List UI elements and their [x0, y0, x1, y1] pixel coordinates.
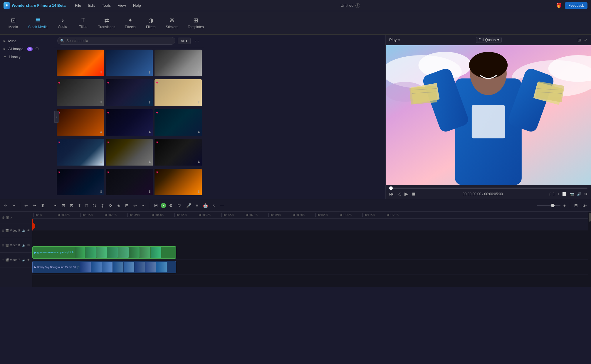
tl-settings-btn[interactable]: ⚙ [167, 202, 174, 209]
download-icon-14[interactable]: ⬇ [148, 190, 151, 194]
tl-motion-track-button[interactable]: ◎ [99, 202, 106, 209]
media-card-15[interactable]: ♥ ⬇ Epic Gravel Effect Med... [155, 169, 202, 197]
media-card-1[interactable]: ⬇ Epic Blaze Fire Media 05 [57, 50, 104, 77]
tl-plus-btn[interactable]: + [562, 202, 568, 209]
volume-button[interactable]: 🔊 [577, 192, 581, 196]
toolbar-stickers[interactable]: ❋ Stickers [161, 15, 183, 31]
tl-delete-button[interactable]: 🗑 [39, 202, 47, 209]
preview-grid-icon[interactable]: ⊞ [577, 38, 581, 42]
download-icon-9[interactable]: ⬇ [197, 130, 200, 134]
tl-text-button[interactable]: T [76, 202, 83, 209]
fullscreen-button[interactable]: ⬜ [562, 192, 567, 196]
panel-section-mine[interactable]: ▶ Mine [0, 37, 54, 45]
menu-file[interactable]: File [71, 0, 85, 11]
timeline-clip-video7[interactable]: ▶ Starry Sky Background Media 03 🎵 [32, 261, 176, 273]
download-icon-8[interactable]: ⬇ [148, 130, 151, 134]
timeline-scrollbar[interactable] [588, 212, 591, 287]
play-button[interactable]: ▶ [404, 191, 408, 197]
toolbar-media[interactable]: ⊡ Media [3, 15, 23, 31]
tl-ai-btn[interactable]: 🤖 [201, 202, 210, 209]
tl-undo-button[interactable]: ↩ [23, 202, 30, 209]
menu-edit[interactable]: Edit [85, 0, 98, 11]
download-icon-5[interactable]: ⬇ [148, 100, 151, 105]
track-eye-8-icon[interactable]: 👁 [27, 243, 30, 247]
prev-frame-button[interactable]: ⏮ [389, 191, 394, 197]
zoom-slider[interactable] [537, 205, 560, 206]
tl-ripple-button[interactable]: ⇔ [132, 202, 139, 209]
tl-export-clip-btn[interactable]: ⎋ [211, 202, 217, 209]
tl-grid-btn[interactable]: ⊞ [572, 202, 580, 209]
panel-collapse-button[interactable]: ‹ [54, 111, 59, 123]
track-volume-9-icon[interactable]: 🔈 [22, 229, 26, 232]
menu-help[interactable]: Help [130, 0, 145, 11]
media-card-7[interactable]: ♥ ⬇ Epic Blaze Fire Media 04 [57, 109, 104, 137]
toolbar-effects[interactable]: ✦ Effects [120, 15, 140, 31]
feedback-button[interactable]: Feedback [565, 2, 587, 9]
mark-in-button[interactable]: { [549, 192, 550, 196]
download-icon-3[interactable]: ⬇ [197, 70, 200, 75]
tl-shield-btn[interactable]: 🛡 [176, 202, 183, 209]
tl-crop-button[interactable]: ⊡ [60, 202, 67, 209]
tl-add-track-icon[interactable]: ⊕ [2, 215, 5, 220]
track-volume-7-icon[interactable]: 🔈 [22, 258, 26, 262]
media-card-10[interactable]: ♥ ⬇ Starry Sky Background... [57, 139, 104, 167]
tl-stabilize-button[interactable]: ◈ [115, 202, 122, 209]
toolbar-stock-media[interactable]: ▤ Stock Media [23, 15, 52, 31]
menu-view[interactable]: View [114, 0, 130, 11]
ai-info-icon[interactable]: ⓘ [36, 47, 39, 51]
tl-pip-button[interactable]: ⊟ [123, 202, 130, 209]
title-info-icon[interactable]: ℹ [355, 3, 360, 8]
settings-button[interactable]: ⚙ [584, 192, 587, 196]
tl-marker-button[interactable]: M [152, 202, 159, 209]
media-card-4[interactable]: ♥ ⬇ Epic Gravel Effect Medi... [57, 79, 104, 107]
media-card-11[interactable]: ♥ ⬇ Epic Gravel Effect Med... [106, 139, 153, 167]
play-backward-button[interactable]: ◁ [397, 191, 401, 197]
stop-button[interactable]: ⏹ [412, 191, 416, 197]
menu-tools[interactable]: Tools [98, 0, 114, 11]
media-card-9[interactable]: ♥ ⬇ 3D Epic Media 08 [155, 109, 202, 137]
tl-redo-button[interactable]: ↪ [31, 202, 38, 209]
tl-add-audio-icon[interactable]: ♪ [10, 215, 12, 220]
tl-more-tools-button[interactable]: ⋯ [140, 202, 147, 209]
more-options-button[interactable]: ⋯ [193, 38, 201, 44]
tl-loop-button[interactable]: ⟳ [107, 202, 114, 209]
toolbar-audio[interactable]: ♪ Audio [52, 15, 73, 31]
add-to-timeline-button[interactable]: ↓ [558, 192, 559, 196]
media-card-14[interactable]: ♥ ⬇ Cinematic 3D Media 04 [106, 169, 153, 197]
snapshot-button[interactable]: 📷 [570, 192, 574, 196]
tl-record-button[interactable]: ● [161, 203, 166, 208]
download-icon-6[interactable]: ⬇ [197, 100, 200, 105]
tl-edit-list-btn[interactable]: ≡ [194, 202, 200, 209]
download-icon-1[interactable]: ⬇ [100, 70, 103, 75]
toolbar-titles[interactable]: T Titles [73, 15, 93, 31]
media-card-6[interactable]: ♥ ⬇ Vintage Collage Medi... [155, 79, 202, 107]
download-icon-15[interactable]: ⬇ [197, 190, 200, 194]
gift-icon[interactable]: 🎁 [556, 3, 562, 8]
media-card-2[interactable]: ⬇ 3D Epic Media 05 [106, 50, 153, 77]
filter-all-button[interactable]: All ▾ [178, 38, 191, 44]
timeline-main-area[interactable]: 00:00 00:00:25 00:01:20 00:02:15 00:03:1… [32, 212, 588, 287]
tl-mic-btn[interactable]: 🎤 [184, 202, 193, 209]
media-card-5[interactable]: ♥ ⬇ Cinematic 3D Media 13 [106, 79, 153, 107]
tl-cut-button[interactable]: ✂ [52, 202, 59, 209]
timeline-clip-video8[interactable]: ▶ green-screen-example-highlight [32, 246, 176, 259]
download-icon-10[interactable]: ⬇ [100, 160, 103, 164]
download-icon-13[interactable]: ⬇ [100, 190, 103, 194]
toolbar-templates[interactable]: ⊞ Templates [183, 15, 209, 31]
media-card-13[interactable]: ♥ ⬇ 3D Epic Media 06 [57, 169, 104, 197]
track-eye-9-icon[interactable]: 👁 [27, 229, 30, 232]
download-icon-2[interactable]: ⬇ [148, 70, 151, 75]
media-card-12[interactable]: ♥ ⬇ 3D Epic Media 09 [155, 139, 202, 167]
panel-section-ai-image[interactable]: ▶ AI Image AI ⓘ [0, 45, 54, 53]
preview-progress-bar[interactable] [389, 188, 587, 189]
media-card-8[interactable]: ♥ ⬇ Starry Sky Background... [106, 109, 153, 137]
preview-expand-icon[interactable]: ⤢ [584, 38, 587, 42]
tl-rectangle-button[interactable]: □ [84, 202, 90, 209]
tl-trim-tool[interactable]: ✂ [11, 202, 18, 209]
download-icon-11[interactable]: ⬇ [148, 160, 151, 164]
download-icon-4[interactable]: ⬇ [100, 100, 103, 105]
tl-mask-button[interactable]: ⬡ [91, 202, 98, 209]
toolbar-filters[interactable]: ◑ Filters [140, 15, 161, 31]
mark-out-button[interactable]: } [553, 192, 555, 196]
download-icon-12[interactable]: ⬇ [197, 160, 200, 164]
